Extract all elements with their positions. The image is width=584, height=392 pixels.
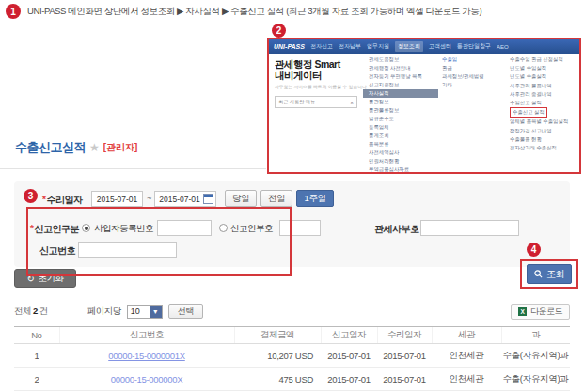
menu-item: 사후관리 종결내역 [506, 90, 579, 99]
cell-accept-date: 2015-07-01 [377, 344, 432, 368]
total-count-value: 2 [33, 306, 38, 316]
declarant-code-radio-label[interactable]: 신고인부호 [230, 223, 273, 235]
declaration-no-label: 신고번호 [39, 244, 75, 258]
results-toolbar: 전체2건 페이지당 10 ▾ 선택 X 다운로드 [14, 303, 570, 320]
col-header-no: No [14, 327, 59, 344]
menu-item: 년도별 수출실적 [506, 72, 579, 81]
menu-item-jasasiljeok-selected: 자사실적 [363, 89, 438, 98]
step-1-badge-icon: 1 [6, 4, 21, 19]
cell-dept: 수출(자유지역)과 [501, 368, 570, 391]
favorite-star-icon[interactable]: ★ [89, 142, 100, 153]
menu-item: 통계조회 [363, 132, 438, 140]
title-divider [0, 168, 266, 169]
results-table: No 신고번호 결제금액 신고일자 수리일자 세관 과 1 00000-15-0… [14, 326, 570, 391]
business-number-radio-label[interactable]: 사업자등록번호 [94, 223, 153, 235]
recent-menu-dropdown: 최근 사용한 메뉴 ∧ [275, 96, 357, 108]
menu-item: 수출수입 환급 신청실적 [506, 55, 579, 64]
unipass-guide-screen: 1 UNI-PASS 메인화면 상단에서 정보조회 ▶ 자사실적 ▶ 수출신고 … [0, 0, 584, 392]
business-number-input[interactable] [157, 220, 212, 236]
unipass-menu-screenshot: UNI-PASS 전자신고 전자납부 업무지원 정보조회 고객센터 통관단일창구… [267, 38, 581, 174]
table-row: 2 00000-15-000000X 475 USD 2015-07-01 20… [14, 368, 570, 391]
download-button[interactable]: X 다운로드 [511, 304, 570, 320]
refresh-icon: ↻ [27, 274, 35, 284]
menu-item: 전자등기 우편행낭 목록 [363, 72, 438, 81]
reset-button[interactable]: ↻ 초기화 [14, 269, 76, 288]
accept-date-from-input[interactable] [91, 191, 143, 207]
one-week-button[interactable]: 1주일 [296, 190, 334, 207]
smart-navigator-title-line2: 내비게이터 [275, 70, 357, 81]
declaration-link[interactable]: 00000-15-000000X [111, 374, 183, 384]
required-mark: * [42, 195, 45, 205]
select-button[interactable]: 선택 [168, 304, 203, 319]
menu-item-sucheulip: 수출입 [438, 55, 506, 64]
search-button[interactable]: 조회 [527, 264, 572, 284]
step-1-row: 1 UNI-PASS 메인화면 상단에서 정보조회 ▶ 자사실적 ▶ 수출신고 … [6, 4, 481, 19]
smart-navigator-title-line1: 관세행정 Smart [275, 58, 357, 70]
admin-badge: [관리자] [103, 141, 138, 154]
menu-column-2: 수출입 환급 과세정보/관세법령 기타 [438, 54, 506, 172]
radio-dot-icon [85, 227, 88, 230]
page-title-row: 수출신고실적 ★ [관리자] [15, 139, 137, 156]
menu-item: 신고지원정보 [363, 81, 438, 89]
smart-navigator-subtitle: 자주찾는 서비스를 빠르게 이용할 수 있습니다 [275, 84, 357, 89]
mega-menu-body: 관세행정 Smart 내비게이터 자주찾는 서비스를 빠르게 이용할 수 있습니… [269, 54, 579, 172]
col-header-dept: 과 [501, 327, 570, 344]
nav-tab-gogaekcenter: 고객센터 [429, 42, 451, 51]
menu-column-1: 관세도움정보 관세행정 사전안내 전자등기 우편행낭 목록 신고지원정보 자사실… [363, 54, 438, 172]
cell-customs: 인천세관 [432, 368, 501, 391]
col-header-accept-date: 수리일자 [377, 327, 432, 344]
customs-broker-input[interactable] [420, 220, 519, 236]
menu-item-export-decl-highlighted: 수출신고 실적 [506, 107, 579, 118]
declarant-code-radio[interactable] [219, 224, 228, 232]
calendar-icon[interactable] [203, 194, 213, 204]
table-row: 1 00000-15-0000001X 10,207 USD 2015-07-0… [14, 344, 570, 368]
accept-date-label: *수리일자 [42, 194, 82, 207]
chevron-up-icon: ∧ [350, 100, 354, 105]
step-3-badge-icon: 3 [24, 189, 38, 203]
business-number-radio[interactable] [82, 224, 90, 232]
unipass-logo: UNI-PASS [274, 43, 305, 50]
menu-item: 환급 [438, 64, 506, 72]
cell-amount: 10,207 USD [234, 344, 321, 368]
menu-item: 사전세액심사 [363, 149, 438, 157]
menu-item: 과세정보/관세법령 [438, 72, 506, 81]
step-2-badge-icon: 2 [272, 24, 286, 38]
menu-item: 수입신고 실적 [506, 99, 579, 107]
per-page-select[interactable]: 10 ▾ [127, 305, 163, 319]
nav-tab-tonggwan: 통관단일창구 [457, 42, 491, 51]
nav-tab-upmujiweon: 업무지원 [367, 42, 389, 51]
customs-broker-label: 관세사부호 [374, 223, 419, 236]
instruction-text: UNI-PASS 메인화면 상단에서 정보조회 ▶ 자사실적 ▶ 수출신고 실적… [27, 6, 481, 18]
menu-item: 업체별 품목별 수출입실적 [506, 118, 579, 126]
cell-decl-date: 2015-07-01 [321, 368, 377, 391]
nav-tab-aeo: AEO [497, 44, 509, 50]
declaration-link[interactable]: 00000-15-0000001X [108, 351, 185, 361]
menu-item: 잠정가격 신고내역 [506, 127, 579, 135]
col-header-customs: 세관 [432, 327, 501, 344]
per-page-value: 10 [128, 306, 150, 316]
menu-item: 민원처리현황 [363, 157, 438, 165]
declarant-code-input[interactable] [279, 220, 321, 236]
menu-item: 등록업체 [363, 123, 438, 132]
dropdown-arrow-icon: ▾ [150, 306, 162, 318]
table-header-row: No 신고번호 결제금액 신고일자 수리일자 세관 과 [14, 327, 570, 344]
col-header-amount: 결제금액 [234, 327, 321, 344]
unipass-navbar: UNI-PASS 전자신고 전자납부 업무지원 정보조회 고객센터 통관단일창구… [269, 39, 579, 54]
declaration-no-input[interactable] [78, 242, 177, 258]
menu-item: 년도별 수입실적 [506, 64, 579, 72]
search-form-panel: 3 *수리일자 ~ 당일 전일 1주일 *신고인구분 사업자등록번호 신고인부호… [14, 181, 570, 267]
recent-menu-label: 최근 사용한 메뉴 [278, 99, 315, 105]
menu-item: 기타 [438, 81, 506, 89]
cell-customs: 인천세관 [432, 344, 501, 368]
cell-accept-date: 2015-07-01 [377, 368, 432, 391]
nav-tab-ejnabbu: 전자납부 [339, 42, 361, 51]
menu-item: 통관물류정보 [363, 106, 438, 115]
yesterday-button[interactable]: 전일 [260, 190, 292, 207]
menu-item: 사후관리 물품내역 [506, 82, 579, 90]
page-title: 수출신고실적 [15, 139, 86, 156]
search-icon [534, 270, 543, 278]
today-button[interactable]: 당일 [225, 190, 257, 207]
cell-no: 1 [14, 344, 59, 368]
nav-tab-ejsingo: 전자신고 [310, 42, 333, 51]
menu-item: 수출물품 현황 [506, 135, 579, 144]
